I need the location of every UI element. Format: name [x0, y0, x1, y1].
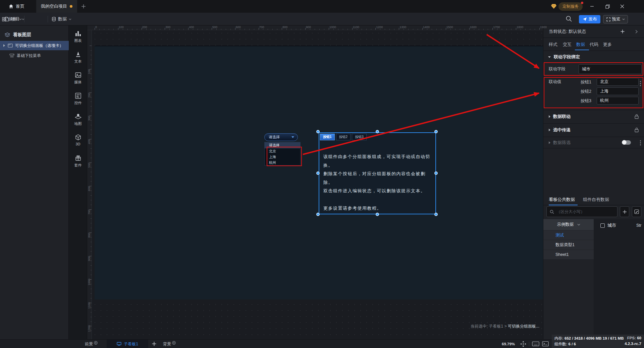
selection-handle[interactable] — [434, 213, 438, 216]
search-icon[interactable] — [566, 15, 573, 23]
tab-component-own-data[interactable]: 组件自有数据 — [583, 195, 609, 205]
layer-item-tab-panel[interactable]: 可切换分组面板（选项卡） — [0, 41, 69, 50]
fit-screen-icon[interactable] — [520, 341, 526, 347]
tab-interaction[interactable]: 交互 — [563, 38, 572, 51]
toolbar-item-map[interactable]: 地图 — [69, 113, 87, 132]
selection-handle[interactable] — [316, 130, 320, 133]
selection-handle[interactable] — [434, 130, 438, 133]
menu-data[interactable]: 数据 — [50, 13, 73, 25]
expand-arrow-icon[interactable] — [3, 44, 5, 47]
add-state-button[interactable] — [620, 29, 625, 34]
tab-data[interactable]: 数据 — [576, 38, 585, 51]
ruler-tick — [91, 130, 92, 130]
data-search-input[interactable] — [556, 209, 610, 214]
field-row-city[interactable]: 城市 Str — [594, 221, 644, 230]
ruler-label: 200 — [88, 92, 91, 97]
ruler-tick — [91, 317, 92, 317]
ruler-tick — [123, 29, 123, 30]
toolbar-item-text[interactable]: 文本 — [69, 51, 87, 70]
section-data-filter[interactable]: 数据筛选 — [543, 137, 644, 148]
dataset-source-dropdown[interactable]: 示例数据 — [543, 219, 594, 230]
ruler-tick — [91, 289, 92, 289]
kebab-menu-icon[interactable] — [640, 140, 641, 145]
publish-button[interactable]: 发布 — [579, 15, 600, 23]
selection-handle[interactable] — [434, 171, 438, 175]
console-icon[interactable] — [542, 341, 549, 347]
keyboard-icon[interactable] — [532, 341, 539, 347]
chevron-right-icon[interactable] — [635, 30, 638, 33]
selection-handle[interactable] — [316, 171, 320, 175]
dropdown-option-placeholder[interactable]: 请选择 — [265, 142, 300, 148]
widget-tab-button2[interactable]: 按钮2 — [336, 134, 351, 140]
ruler-label: 700 — [259, 25, 264, 29]
toolbar-item-charts[interactable]: 图表 — [69, 30, 87, 49]
selection-handle[interactable] — [376, 130, 379, 133]
section-data-linkage[interactable]: 数据联动 — [543, 110, 644, 123]
ruler-tick — [109, 29, 109, 30]
section-linkage-binding[interactable]: 联动字段绑定 — [543, 52, 644, 62]
ruler-tick — [174, 29, 174, 30]
toolbar-item-kits[interactable]: 套件 — [69, 155, 87, 173]
dropdown-option-shanghai[interactable]: 上海 — [265, 154, 300, 160]
window-minimize-button[interactable] — [588, 2, 596, 10]
ruler-tick — [277, 29, 277, 30]
canvas-dropdown-button[interactable]: 请选择 — [264, 133, 298, 141]
toolbar-item-3d[interactable]: 3D — [69, 134, 87, 153]
widget-tab-button3[interactable]: 按钮3 — [352, 134, 367, 140]
section-selection-pass[interactable]: 选中传递 — [543, 123, 644, 136]
menu-actions[interactable]: 操作 — [0, 13, 24, 25]
linkage-value-input-1[interactable]: 北京 — [597, 78, 639, 86]
data-filter-toggle[interactable] — [622, 140, 631, 145]
ruler-tick — [427, 29, 427, 30]
ruler-label: 600 — [236, 25, 241, 29]
home-label: 首页 — [16, 3, 24, 9]
dataset-item-test[interactable]: 测试 — [543, 230, 594, 240]
add-data-button[interactable] — [620, 206, 629, 217]
dataset-item-datatype1[interactable]: 数据类型1 — [543, 240, 594, 250]
linkage-field-input[interactable]: 城市 — [579, 64, 642, 74]
edit-data-button[interactable] — [632, 206, 641, 217]
home-button[interactable]: 首页 — [5, 0, 29, 13]
toolbar-item-media[interactable]: 媒体 — [69, 72, 87, 90]
tab-board-shared-data[interactable]: 看板公共数据 — [549, 195, 575, 205]
tab-more[interactable]: 更多 — [603, 38, 612, 51]
foreground-layer-button[interactable]: 前景 — [85, 340, 98, 348]
custom-service-badge[interactable]: 定制服务 — [551, 2, 583, 11]
linkage-value-input-3[interactable]: 杭州 — [597, 97, 639, 105]
subboard-tab[interactable]: 子看板1 — [107, 340, 148, 348]
tab-panel-widget[interactable]: 按钮1 按钮2 按钮3 该组件由多个分组面板组成，可实现手动或自动切换。 删除某… — [319, 132, 436, 214]
background-layer-button[interactable]: 背景 — [163, 340, 176, 348]
window-restore-button[interactable] — [603, 2, 612, 10]
dropdown-option-beijing[interactable]: 北京 — [265, 148, 300, 154]
zoom-level[interactable]: 69.79% — [502, 340, 515, 348]
add-subboard-button[interactable] — [152, 341, 157, 347]
layer-item-dropdown[interactable]: 基础下拉菜单 — [0, 51, 69, 60]
ruler-tick — [479, 29, 479, 30]
window-close-button[interactable] — [618, 2, 627, 10]
ruler-label: 1600 — [470, 25, 477, 29]
selection-handle[interactable] — [316, 213, 320, 216]
dataset-item-sheet1[interactable]: Sheet1 — [543, 250, 594, 259]
linkage-value-input-2[interactable]: 上海 — [597, 87, 639, 95]
tab-code[interactable]: 代码 — [590, 38, 598, 51]
ruler-tick — [183, 29, 184, 30]
checkbox-icon[interactable] — [600, 223, 605, 228]
toolbar-item-controls[interactable]: 控件 — [69, 92, 87, 111]
fps-status: FPS: 60 — [554, 336, 641, 340]
ruler-tick — [91, 50, 92, 51]
divider — [529, 342, 529, 346]
ruler-tick — [91, 181, 92, 182]
ruler-top: 0100200300400500600700800900100011001200… — [87, 25, 543, 30]
media-icon — [75, 72, 82, 78]
widget-tab-button1[interactable]: 按钮1 — [320, 134, 335, 140]
dropdown-option-hangzhou[interactable]: 杭州 — [265, 160, 300, 165]
preview-button[interactable]: 预览 — [603, 15, 628, 23]
ruler-tick — [324, 29, 324, 30]
project-tab[interactable]: 我的空白项目 — [36, 0, 77, 13]
new-tab-button[interactable] — [80, 3, 87, 9]
ruler-label: 1900 — [540, 25, 547, 29]
ruler-tick — [366, 29, 367, 30]
ruler-label: 500 — [88, 162, 91, 167]
tab-style[interactable]: 样式 — [549, 38, 557, 51]
selection-handle[interactable] — [376, 213, 379, 216]
